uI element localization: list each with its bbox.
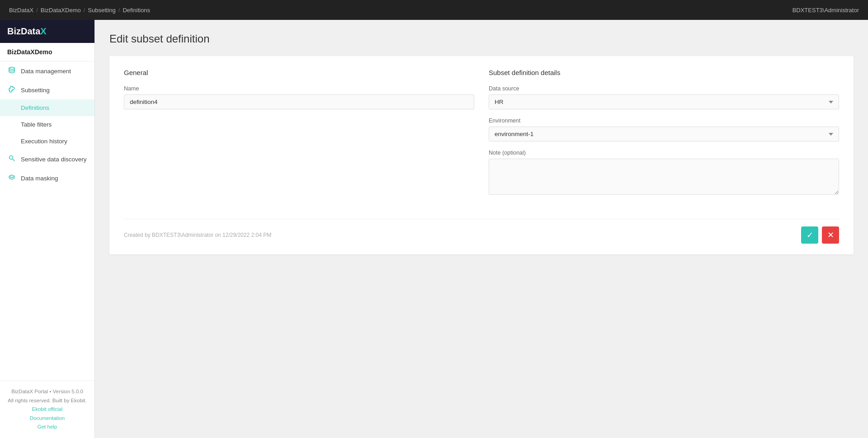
breadcrumb: BizDataX / BizDataXDemo / Subsetting / D… (9, 7, 150, 14)
note-label: Note (optional) (489, 150, 839, 156)
sidebar-footer: BizDataX Portal • Version 5.0.0 All righ… (0, 381, 94, 438)
sidebar: BizDataX BizDataXDemo Data management (0, 20, 95, 438)
sidebar-item-data-management[interactable]: Data management (0, 61, 94, 80)
cancel-button[interactable]: ✕ (822, 226, 839, 244)
data-source-form-group: Data source HR (489, 85, 839, 109)
sidebar-item-definitions[interactable]: Definitions (0, 99, 94, 116)
sidebar-item-label-execution-history: Execution history (21, 138, 67, 145)
sidebar-footer-link-ekobit[interactable]: Ekobit official (7, 405, 87, 414)
general-section: General Name (124, 69, 474, 204)
sidebar-footer-link-help[interactable]: Get help (7, 423, 87, 432)
sidebar-item-subsetting[interactable]: Subsetting (0, 80, 94, 99)
name-form-group: Name (124, 85, 474, 109)
sidebar-item-table-filters[interactable]: Table filters (0, 116, 94, 133)
main-content: Edit subset definition General Name Subs… (95, 20, 868, 438)
user-info: BDXTEST3\Administrator (793, 7, 859, 14)
sidebar-item-label-data-management: Data management (21, 68, 71, 75)
confirm-button[interactable]: ✓ (801, 226, 818, 244)
page-title: Edit subset definition (109, 33, 854, 45)
note-form-group: Note (optional) (489, 150, 839, 196)
details-section: Subset definition details Data source HR… (489, 69, 839, 204)
logo: BizDataX (7, 26, 47, 37)
svg-line-2 (13, 159, 15, 161)
data-source-select[interactable]: HR (489, 94, 839, 109)
created-info: Created by BDXTEST3\Administrator on 12/… (124, 232, 271, 238)
name-label: Name (124, 85, 474, 92)
sidebar-footer-appname: BizDataX Portal • Version 5.0.0 (7, 387, 87, 396)
environment-label: Environment (489, 118, 839, 124)
search-icon (7, 155, 16, 164)
breadcrumb-item-1[interactable]: BizDataX (9, 7, 33, 14)
data-source-label: Data source (489, 85, 839, 92)
card-footer: Created by BDXTEST3\Administrator on 12/… (124, 219, 839, 244)
environment-form-group: Environment environment-1 (489, 118, 839, 141)
sidebar-footer-rights: All rights reserved. Built by Ekobit. (7, 396, 87, 405)
puzzle-icon (7, 85, 16, 94)
sidebar-project: BizDataXDemo (0, 43, 94, 61)
action-buttons: ✓ ✕ (801, 226, 839, 244)
sidebar-item-label-sensitive-data-discovery: Sensitive data discovery (21, 156, 87, 163)
layout: BizDataX BizDataXDemo Data management (0, 20, 868, 438)
note-textarea[interactable] (489, 159, 839, 195)
form-card: General Name Subset definition details D… (109, 56, 854, 254)
sidebar-item-sensitive-data-discovery[interactable]: Sensitive data discovery (0, 150, 94, 169)
sidebar-item-label-definitions: Definitions (21, 104, 49, 111)
sidebar-item-data-masking[interactable]: Data masking (0, 169, 94, 188)
details-section-title: Subset definition details (489, 69, 839, 76)
svg-point-4 (10, 176, 11, 177)
sidebar-footer-link-docs[interactable]: Documentation (7, 414, 87, 423)
sidebar-logo: BizDataX (0, 20, 94, 43)
breadcrumb-item-3[interactable]: Subsetting (88, 7, 115, 14)
sidebar-item-label-subsetting: Subsetting (21, 87, 50, 94)
form-grid: General Name Subset definition details D… (124, 69, 839, 204)
breadcrumb-sep-2: / (84, 7, 85, 14)
breadcrumb-item-2[interactable]: BizDataXDemo (41, 7, 81, 14)
environment-select[interactable]: environment-1 (489, 127, 839, 141)
sidebar-item-label-data-masking: Data masking (21, 175, 58, 182)
sidebar-item-execution-history[interactable]: Execution history (0, 133, 94, 150)
logo-x: X (40, 26, 46, 36)
breadcrumb-sep-3: / (118, 7, 120, 14)
db-icon (7, 66, 16, 75)
mask-icon (7, 174, 16, 183)
general-section-title: General (124, 69, 474, 76)
sidebar-nav: Data management Subsetting Definitions T… (0, 61, 94, 381)
svg-point-5 (13, 176, 14, 177)
svg-point-0 (9, 67, 14, 69)
top-nav: BizDataX / BizDataXDemo / Subsetting / D… (0, 0, 868, 20)
breadcrumb-item-4[interactable]: Definitions (123, 7, 150, 14)
name-input[interactable] (124, 94, 474, 109)
breadcrumb-sep-1: / (36, 7, 38, 14)
sidebar-item-label-table-filters: Table filters (21, 121, 52, 128)
